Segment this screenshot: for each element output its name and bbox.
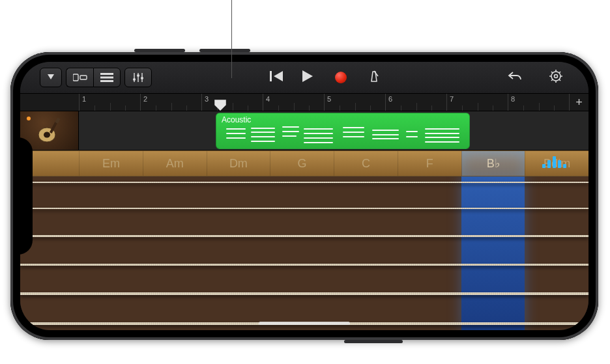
- region-name: Acoustic: [216, 113, 469, 126]
- svg-marker-27: [214, 100, 226, 111]
- view-toggle-group: [66, 68, 121, 87]
- device-notch: [16, 137, 33, 255]
- svg-point-11: [141, 77, 143, 79]
- svg-point-18: [555, 75, 558, 78]
- undo-button[interactable]: [500, 71, 530, 84]
- bar-number: 1: [82, 95, 86, 103]
- track-lane[interactable]: Acoustic: [20, 111, 588, 150]
- bar-number: 3: [205, 95, 209, 103]
- guitar-icon: [35, 117, 64, 145]
- autoplay-indicator-icon[interactable]: [542, 156, 566, 168]
- timeline-ruler[interactable]: 1 2 3 4 5 6 7 8 +: [20, 93, 588, 111]
- tracks-view-button[interactable]: [93, 68, 121, 87]
- svg-rect-2: [80, 76, 87, 79]
- bar-number: 8: [511, 95, 515, 103]
- guitar-string[interactable]: [20, 235, 588, 237]
- playhead[interactable]: [214, 100, 226, 111]
- bar-number: 4: [266, 95, 270, 103]
- track-controls-button[interactable]: [124, 68, 152, 87]
- svg-point-9: [133, 78, 136, 81]
- home-indicator[interactable]: [259, 322, 350, 325]
- chord-button[interactable]: F: [398, 151, 461, 176]
- annotation-leader-line: [231, 0, 232, 78]
- midi-preview: [222, 126, 464, 148]
- bar-number: 5: [327, 95, 331, 103]
- chord-button[interactable]: Am: [143, 151, 207, 176]
- svg-marker-13: [274, 71, 283, 81]
- bar-number: 2: [143, 95, 147, 103]
- settings-button[interactable]: [534, 70, 569, 85]
- bar-number: 6: [388, 95, 392, 103]
- chord-button[interactable]: Dm: [207, 151, 270, 176]
- guitar-string[interactable]: [20, 182, 588, 183]
- metronome-button[interactable]: [360, 70, 388, 85]
- svg-line-26: [551, 79, 553, 81]
- my-songs-button[interactable]: [40, 68, 62, 87]
- svg-marker-14: [302, 70, 313, 82]
- instrument-browser-button[interactable]: [66, 68, 93, 87]
- svg-point-29: [44, 132, 50, 137]
- record-button[interactable]: [326, 72, 356, 83]
- svg-point-10: [137, 74, 139, 77]
- svg-point-17: [551, 72, 560, 81]
- add-section-button[interactable]: +: [569, 94, 588, 111]
- garageband-app: 1 2 3 4 5 6 7 8 +: [20, 62, 588, 330]
- chord-button[interactable]: Em: [79, 151, 143, 176]
- record-enable-indicator: [27, 117, 31, 120]
- control-bar: [20, 62, 588, 93]
- svg-line-24: [559, 79, 560, 81]
- svg-rect-12: [270, 71, 272, 81]
- active-chord-column-highlight: [461, 176, 525, 330]
- chord-button[interactable]: C: [334, 151, 398, 176]
- svg-rect-3: [100, 73, 113, 75]
- chord-button[interactable]: G: [270, 151, 334, 176]
- device-frame: 1 2 3 4 5 6 7 8 +: [10, 52, 598, 340]
- guitar-string[interactable]: [20, 264, 588, 266]
- midi-region[interactable]: Acoustic: [216, 113, 470, 149]
- svg-rect-4: [100, 77, 113, 79]
- bar-number: 7: [450, 95, 454, 103]
- svg-line-23: [551, 72, 553, 73]
- guitar-string[interactable]: [20, 292, 588, 295]
- svg-line-25: [559, 72, 560, 73]
- chord-strip: Em Am Dm G C F B♭ Bdim: [20, 150, 588, 176]
- guitar-string[interactable]: [20, 208, 588, 209]
- svg-marker-0: [48, 74, 54, 79]
- go-to-beginning-button[interactable]: [263, 71, 289, 84]
- chord-button-active[interactable]: B♭: [461, 151, 525, 176]
- svg-rect-5: [100, 80, 113, 82]
- play-button[interactable]: [293, 70, 322, 85]
- fretboard-strings[interactable]: [20, 176, 588, 330]
- svg-rect-1: [73, 74, 78, 81]
